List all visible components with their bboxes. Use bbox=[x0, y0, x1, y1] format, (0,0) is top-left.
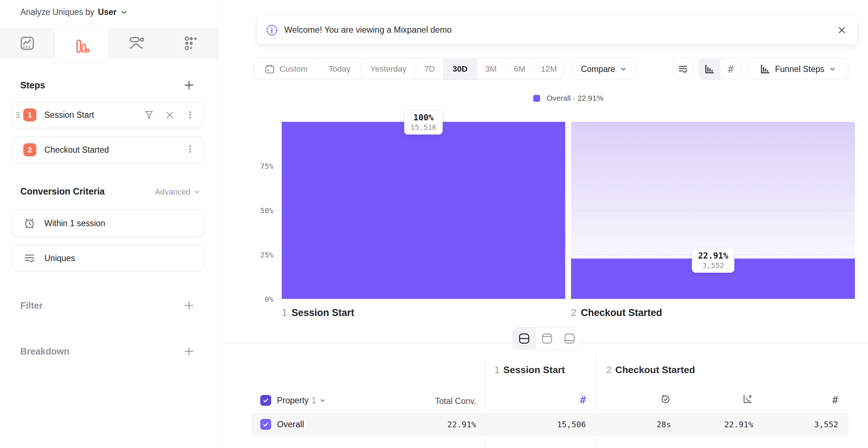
table-group-header-1: 1Session Start bbox=[494, 364, 565, 376]
step-row-2[interactable]: 2 Checkout Started bbox=[12, 137, 204, 163]
drag-handle-icon[interactable] bbox=[15, 110, 21, 120]
y-axis-tick: 25% bbox=[237, 251, 273, 259]
plus-icon bbox=[183, 79, 195, 91]
date-range-custom[interactable]: Custom bbox=[254, 59, 318, 80]
date-range-control: Custom Today Yesterday 7D 30D 3M 6M 12M bbox=[254, 58, 564, 80]
analyze-label: Analyze Uniques by bbox=[20, 7, 94, 17]
number-toggle[interactable]: # bbox=[720, 59, 741, 80]
retention-grid-icon bbox=[183, 35, 199, 51]
funnel-bars-icon bbox=[74, 38, 90, 54]
row-step2-conv-rate: 22.91% bbox=[700, 420, 753, 429]
gridline-75 bbox=[571, 166, 855, 167]
avg-time-icon bbox=[660, 393, 671, 404]
step-index-badge: 2 bbox=[23, 143, 36, 156]
report-type-tabs bbox=[0, 28, 218, 58]
advanced-toggle[interactable]: Advanced bbox=[155, 187, 201, 197]
select-all-checkbox[interactable] bbox=[260, 395, 271, 406]
analyze-uniques-row[interactable]: Analyze Uniques by User bbox=[20, 7, 128, 17]
date-range-7d[interactable]: 7D bbox=[416, 59, 443, 80]
date-range-today[interactable]: Today bbox=[318, 59, 361, 80]
kebab-menu-icon[interactable] bbox=[185, 110, 195, 120]
date-range-yesterday[interactable]: Yesterday bbox=[361, 59, 416, 80]
remove-step-icon[interactable] bbox=[165, 110, 174, 120]
bar-chart-toggle[interactable] bbox=[699, 59, 720, 80]
step-row-1[interactable]: 1 Session Start bbox=[12, 102, 204, 128]
date-range-12m[interactable]: 12M bbox=[534, 59, 564, 80]
check-icon bbox=[262, 421, 269, 428]
add-filter-button[interactable] bbox=[182, 298, 196, 313]
row-checkbox[interactable] bbox=[260, 419, 271, 430]
conversion-window-label: Within 1 session bbox=[44, 219, 105, 228]
legend-swatch bbox=[533, 95, 540, 102]
chart-legend[interactable]: Overall · 22.91% bbox=[282, 94, 855, 103]
banner-message: Welcome! You are viewing a Mixpanel demo bbox=[284, 25, 452, 35]
counting-method-card[interactable]: Uniques bbox=[12, 245, 204, 271]
analyze-value[interactable]: User bbox=[98, 7, 116, 17]
hash-count-column-icon[interactable]: # bbox=[785, 394, 838, 406]
layout-chart-focus-button[interactable] bbox=[535, 328, 558, 349]
x-axis-label-1: 1Session Start bbox=[282, 307, 354, 319]
layout-split-button[interactable] bbox=[513, 328, 535, 349]
tab-flows[interactable] bbox=[109, 28, 164, 58]
tab-retention[interactable] bbox=[164, 28, 218, 58]
date-range-3m[interactable]: 3M bbox=[477, 59, 505, 80]
bar-value-label-1: 100% 15.51K bbox=[404, 110, 443, 135]
step-label[interactable]: Checkout Started bbox=[44, 145, 109, 155]
row-step2-uniques: 3,552 bbox=[785, 420, 838, 429]
row-step2-avg-time: 28s bbox=[618, 420, 671, 429]
y-axis-tick: 50% bbox=[237, 206, 273, 215]
split-even-icon bbox=[518, 333, 530, 344]
kebab-menu-icon[interactable] bbox=[185, 144, 195, 154]
plus-icon bbox=[183, 300, 195, 311]
bar-chart-icon bbox=[704, 64, 715, 75]
hash-count-column-icon[interactable]: # bbox=[545, 394, 586, 406]
layout-table-focus-button[interactable] bbox=[558, 328, 580, 349]
filter-step-icon[interactable] bbox=[144, 110, 154, 120]
bar-value-label-2: 22.91% 3,552 bbox=[692, 248, 734, 273]
avg-time-column-icon[interactable] bbox=[618, 393, 671, 406]
gridline-50 bbox=[571, 211, 855, 211]
filter-heading: Filter bbox=[20, 300, 43, 311]
chevron-down-icon bbox=[620, 65, 627, 73]
add-breakdown-button[interactable] bbox=[182, 344, 196, 359]
plus-icon bbox=[183, 345, 195, 357]
legend-series: Overall bbox=[547, 94, 571, 102]
check-icon bbox=[262, 397, 269, 404]
split-top-icon bbox=[541, 333, 553, 344]
chevron-down-icon bbox=[120, 8, 128, 16]
steps-heading: Steps bbox=[20, 80, 45, 91]
query-builder-sidebar: Analyze Uniques by User bbox=[0, 0, 218, 448]
close-icon[interactable] bbox=[837, 25, 847, 35]
split-bottom-icon bbox=[564, 333, 575, 344]
date-range-30d[interactable]: 30D bbox=[443, 59, 477, 80]
y-axis-tickmark bbox=[277, 255, 280, 255]
y-axis-tickmark bbox=[277, 211, 280, 211]
value-display-toggle: # bbox=[699, 58, 742, 80]
property-selector[interactable]: Property 1 bbox=[277, 396, 326, 405]
y-axis-tick: 75% bbox=[237, 162, 273, 171]
alarm-clock-icon bbox=[23, 217, 36, 229]
add-step-button[interactable] bbox=[182, 78, 196, 92]
compare-button[interactable]: Compare bbox=[571, 58, 636, 80]
row-label: Overall bbox=[277, 420, 304, 429]
conv-rate-column-icon[interactable] bbox=[700, 393, 753, 406]
tab-funnels[interactable] bbox=[55, 28, 109, 64]
list-check-icon bbox=[23, 252, 36, 264]
tab-insights[interactable] bbox=[0, 28, 55, 58]
conversion-window-card[interactable]: Within 1 session bbox=[12, 210, 204, 236]
funnel-bar-step-1[interactable] bbox=[282, 122, 565, 299]
row-total-conv: 22.91% bbox=[400, 420, 476, 429]
chevron-down-icon bbox=[193, 188, 201, 196]
insights-chart-icon bbox=[19, 35, 35, 51]
legend-value: 22.91% bbox=[578, 94, 603, 102]
x-axis-label-2: 2Checkout Started bbox=[571, 307, 662, 319]
view-selector-button[interactable]: Funnel Steps bbox=[747, 58, 848, 80]
step-label[interactable]: Session Start bbox=[44, 110, 94, 120]
calendar-icon bbox=[264, 64, 275, 75]
date-range-6m[interactable]: 6M bbox=[505, 59, 534, 80]
conversion-criteria-heading: Conversion Criteria bbox=[20, 186, 105, 196]
metrics-list-button[interactable] bbox=[672, 58, 694, 80]
total-conv-header[interactable]: Total Conv. bbox=[400, 396, 476, 406]
layout-toggle bbox=[513, 327, 581, 350]
y-axis-tick: 0% bbox=[237, 295, 273, 304]
